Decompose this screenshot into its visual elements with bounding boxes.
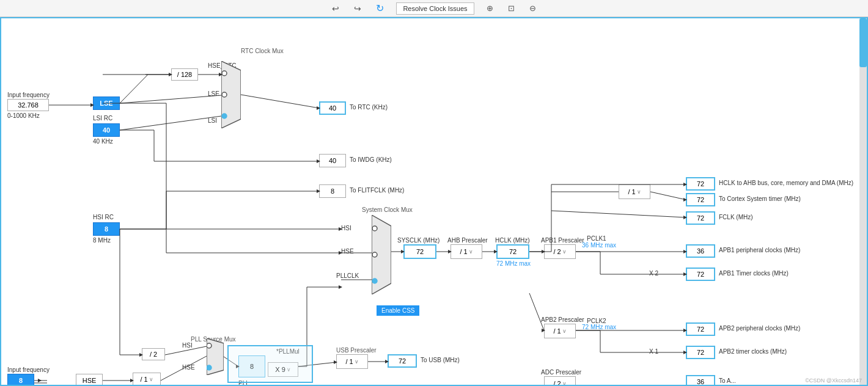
- toolbar: ↩ ↪ ↻ Resolve Clock Issues ⊕ ⊡ ⊖: [0, 0, 868, 17]
- x2-label: X 2: [649, 270, 658, 277]
- fclk-val: 72: [686, 211, 715, 225]
- svg-line-14: [120, 116, 221, 130]
- zoom-out-button[interactable]: ⊖: [527, 2, 539, 14]
- to-iwdg-box: 40: [319, 154, 346, 167]
- apb1-periph-val: 36: [686, 244, 715, 258]
- ahb-prescaler-dropdown[interactable]: / 1: [451, 244, 482, 259]
- hclk-label: HCLK (MHz): [495, 237, 530, 244]
- svg-point-2: [222, 92, 227, 97]
- svg-line-58: [529, 293, 544, 330]
- hsi-mhz-label: 8 MHz: [93, 237, 111, 244]
- apb2-timer-label: APB2 timer clocks (MHz): [719, 348, 787, 355]
- redo-button[interactable]: ↪: [351, 2, 364, 15]
- apb1-timer-label: APB1 Timer clocks (MHz): [719, 270, 789, 277]
- usb-prescaler-dropdown[interactable]: / 1: [336, 354, 368, 369]
- svg-line-92: [120, 75, 148, 103]
- undo-button[interactable]: ↩: [329, 2, 342, 15]
- adc-to-label: To A...: [719, 377, 736, 384]
- lsi-rc-label: LSI RC: [93, 115, 112, 122]
- scrollbar-track: [859, 18, 867, 385]
- svg-point-3: [222, 114, 227, 118]
- svg-point-6: [372, 252, 377, 257]
- apb2-prescaler-dropdown[interactable]: / 1: [544, 324, 576, 338]
- svg-marker-83: [339, 285, 342, 289]
- cortex-timer-label: To Cortex System timer (MHz): [719, 195, 801, 202]
- apb2-periph-label: APB2 peripheral clocks (MHz): [719, 325, 800, 332]
- scrollbar-thumb[interactable]: [859, 18, 867, 67]
- to-iwdg-label: To IWDG (KHz): [350, 156, 392, 163]
- apb2-timer-val: 72: [686, 346, 715, 359]
- pre-pll-div-dropdown[interactable]: / 1: [133, 373, 161, 386]
- cortex-div-dropdown[interactable]: / 1: [619, 184, 650, 199]
- to-flit-label: To FLITFCLK (MHz): [350, 187, 404, 194]
- svg-point-9: [207, 343, 211, 348]
- lsi-freq-box: 40: [93, 123, 120, 137]
- to-flit-box: 8: [319, 184, 346, 198]
- svg-point-5: [372, 226, 377, 231]
- apb1-periph-label: APB1 peripheral clocks (MHz): [719, 247, 800, 253]
- x1-label: X 1: [649, 348, 658, 355]
- lse-range-label: 0-1000 KHz: [7, 112, 40, 119]
- lsi-khz-label: 40 KHz: [93, 138, 113, 145]
- lsi-mux-label: LSI: [208, 117, 217, 124]
- svg-line-19: [241, 95, 319, 108]
- pll-highlight-box: [227, 345, 313, 383]
- fclk-label: FCLK (MHz): [719, 214, 753, 220]
- to-rtc-box: 40: [319, 101, 346, 115]
- sysclk-label: SYSCLK (MHz): [397, 237, 440, 244]
- svg-line-47: [551, 211, 686, 217]
- div128-box: / 128: [171, 68, 198, 81]
- adc-val: 36: [686, 375, 715, 386]
- hsi-smux-label: HSI: [341, 225, 351, 231]
- pclk1-label: PCLK1: [587, 235, 606, 242]
- svg-point-7: [372, 279, 377, 283]
- hsi-freq-box: 8: [93, 222, 120, 236]
- pclk1-max-label: 36 MHz max: [582, 242, 616, 249]
- to-usb-label: To USB (MHz): [421, 357, 460, 363]
- hclk-max-label: 72 MHz max: [496, 260, 531, 267]
- svg-marker-67: [38, 379, 42, 382]
- pclk2-max-label: 72 MHz max: [582, 324, 616, 330]
- enable-css-button[interactable]: Enable CSS: [377, 305, 419, 316]
- hclk-ahb-label: HCLK to AHB bus, core, memory and DMA (M…: [719, 180, 853, 186]
- hsi-rc-label: HSI RC: [93, 214, 114, 220]
- hsi-pll-label: HSI: [182, 342, 193, 349]
- hse-pll-label: HSE: [182, 364, 195, 371]
- to-rtc-label: To RTC (KHz): [350, 104, 388, 111]
- svg-point-10: [207, 365, 211, 370]
- zoom-fit-button[interactable]: ⊡: [506, 2, 517, 14]
- rtc-mux-label: RTC Clock Mux: [241, 48, 284, 54]
- apb1-timer-val: 72: [686, 268, 715, 281]
- sysclk-mux-shape: [372, 215, 391, 294]
- resolve-clock-button[interactable]: Resolve Clock Issues: [396, 2, 474, 15]
- svg-point-1: [222, 71, 227, 76]
- apb1-prescaler-dropdown[interactable]: / 2: [544, 244, 576, 259]
- sysclk-box: 72: [403, 244, 436, 259]
- refresh-button[interactable]: ↻: [373, 1, 386, 15]
- hclk-box: 72: [496, 244, 529, 259]
- div2-box: / 2: [142, 348, 165, 360]
- hclk-ahb-val: 72: [686, 177, 715, 191]
- to-usb-box: 72: [388, 354, 417, 368]
- hse-smux-label: HSE: [341, 248, 354, 255]
- zoom-in-button[interactable]: ⊕: [484, 2, 496, 14]
- hse-input-box: 8: [7, 374, 34, 386]
- usb-prescaler-label: USB Prescaler: [336, 347, 377, 354]
- pllclk-smux-label: PLLCLK: [336, 272, 359, 279]
- watermark: ©CSDN @Xkccsdn147: [805, 377, 862, 384]
- lse-mux-label: LSE: [208, 90, 219, 97]
- pll-mux-shape: [207, 338, 224, 375]
- system-clk-mux-label: System Clock Mux: [362, 206, 413, 213]
- clock-diagram-canvas: Input frequency 32.768 0-1000 KHz LSE LS…: [0, 17, 868, 386]
- apb2-prescaler-label: APB2 Prescaler: [541, 316, 584, 323]
- adc-prescaler-dropdown[interactable]: / 2: [544, 376, 576, 386]
- hse-block: HSE: [76, 374, 103, 386]
- apb1-prescaler-label: APB1 Prescaler: [541, 237, 584, 244]
- ahb-prescaler-label: AHB Prescaler: [447, 237, 488, 244]
- cortex-timer-val: 72: [686, 193, 715, 206]
- input-freq-label-lse: Input frequency: [7, 92, 50, 98]
- lse-freq-box: 32.768: [7, 99, 49, 111]
- apb2-periph-val: 72: [686, 322, 715, 336]
- svg-line-13: [120, 95, 221, 103]
- input-freq-label-hse: Input frequency: [7, 366, 50, 373]
